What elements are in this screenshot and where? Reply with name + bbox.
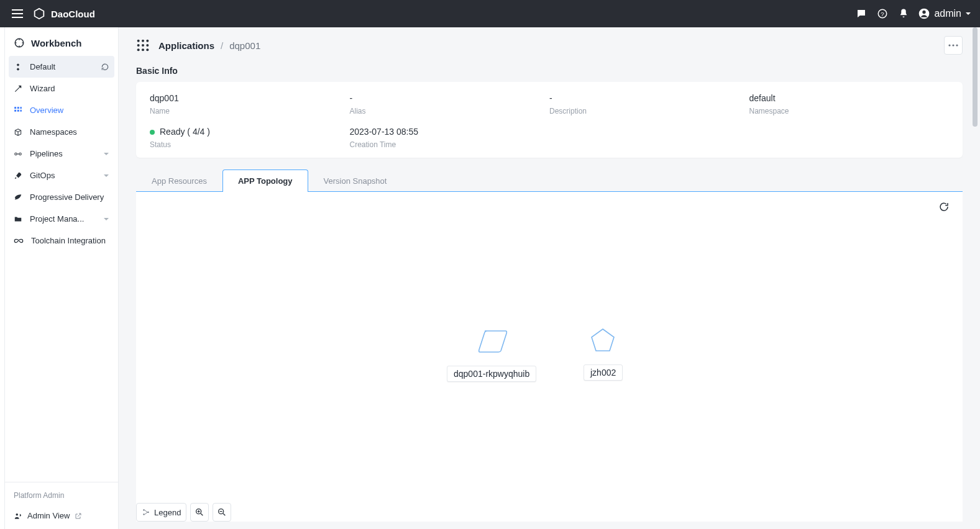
user-name: admin [934,8,961,19]
sidebar-context-label: Default [30,62,55,71]
sidebar-context-selector[interactable]: Default [9,56,114,78]
context-refresh-button[interactable] [101,63,109,71]
topology-refresh-button[interactable] [935,198,953,215]
svg-point-17 [137,44,140,47]
zoom-in-button[interactable] [190,503,209,522]
sidebar-item-label: Overview [30,106,63,115]
breadcrumb-current: dqp001 [229,40,260,51]
breadcrumb-root[interactable]: Applications [158,40,214,51]
chevron-down-icon [103,216,109,222]
bell-icon [898,8,909,19]
topology-canvas[interactable]: dqp001-rkpwyqhuib jzh002 [136,223,963,514]
zoom-out-button[interactable] [213,503,231,522]
sidebar-item-label: GitOps [30,171,55,180]
sidebar-footer-section: Platform Admin [14,491,109,500]
svg-point-23 [948,44,950,46]
tabs: App Resources APP Topology Version Snaps… [136,169,963,192]
topology-node[interactable]: dqp001-rkpwyqhuib [447,328,536,382]
tab-app-topology[interactable]: APP Topology [222,170,308,192]
legend-button[interactable]: Legend [136,503,186,522]
svg-rect-10 [21,109,22,111]
tab-app-resources[interactable]: App Resources [136,170,222,192]
info-status: Ready ( 4/4 ) Status [150,127,350,149]
section-title: Basic Info [119,61,980,82]
scrollbar-thumb[interactable] [973,27,978,127]
svg-point-16 [146,40,149,42]
svg-rect-8 [14,109,16,111]
sidebar-title: Workbench [5,27,118,56]
sidebar-item-pipelines[interactable]: Pipelines [5,143,118,165]
node-label: jzh002 [584,364,623,381]
topology-controls: Legend [136,503,231,522]
svg-point-24 [952,44,954,46]
brand-logo[interactable]: DaoCloud [32,7,95,20]
sidebar-item-namespaces[interactable]: Namespaces [5,121,118,143]
breadcrumb: Applications / dqp001 [158,40,260,51]
tab-version-snapshot[interactable]: Version Snapshot [308,170,403,192]
svg-rect-6 [17,107,19,109]
page-header: Applications / dqp001 [119,27,980,61]
svg-point-19 [146,44,149,47]
refresh-icon [101,63,109,71]
admin-icon [14,512,22,520]
sidebar-item-toolchain-integration[interactable]: Toolchain Integration [5,230,118,251]
basic-info-card: dqp001 Name - Alias - Description defaul… [136,82,963,158]
sidebar-item-gitops[interactable]: GitOps [5,165,118,186]
topology-panel: dqp001-rkpwyqhuib jzh002 [136,192,963,522]
sidebar-item-label: Project Mana... [30,214,84,224]
notifications-button[interactable] [893,3,914,24]
sidebar: Workbench Default Wizard Overview Namesp… [5,27,119,529]
folder-icon [14,215,22,224]
sidebar-item-wizard[interactable]: Wizard [5,78,118,99]
info-namespace: default Namespace [749,93,950,115]
refresh-icon [938,201,950,212]
sidebar-item-label: Wizard [30,84,55,93]
brand-icon [32,7,46,20]
chevron-down-icon [965,11,971,17]
cube-icon [14,128,22,137]
context-icon [14,63,22,71]
sidebar-item-label: Progressive Delivery [30,192,104,202]
pipeline-icon [14,150,22,158]
messages-button[interactable] [851,3,872,24]
infinity-icon [14,237,24,245]
admin-view-link[interactable]: Admin View [14,511,109,520]
node-label: dqp001-rkpwyqhuib [447,366,536,382]
info-creation-time: 2023-07-13 08:55 Creation Time [350,127,550,149]
more-actions-button[interactable] [944,36,963,55]
hamburger-menu-button[interactable] [9,5,26,22]
svg-point-25 [956,44,958,46]
user-avatar-icon [918,7,930,20]
wizard-icon [14,84,22,93]
breadcrumb-separator: / [221,40,223,51]
sidebar-item-project-management[interactable]: Project Mana... [5,208,118,230]
svg-point-22 [146,48,149,51]
bird-icon [14,193,22,202]
user-menu[interactable]: admin [918,7,971,20]
apps-icon [136,38,150,52]
overview-icon [14,106,22,115]
topology-node[interactable]: jzh002 [584,327,623,381]
vertical-scrollbar[interactable] [973,27,979,529]
sidebar-item-label: Pipelines [30,149,63,158]
svg-point-11 [15,153,17,155]
rocket-icon [14,171,22,180]
menu-icon [12,9,23,18]
parallelogram-icon [477,328,508,353]
svg-point-20 [137,48,140,51]
info-alias: - Alias [350,93,550,115]
svg-point-26 [143,509,144,510]
message-icon [856,8,867,19]
sidebar-item-overview[interactable]: Overview [5,99,118,121]
info-description: - Description [549,93,749,115]
zoom-in-icon [195,507,204,517]
help-icon: ? [877,8,888,19]
svg-point-13 [16,513,19,515]
external-link-icon [75,512,82,520]
pentagon-icon [589,327,616,353]
help-button[interactable]: ? [872,3,893,24]
sidebar-item-label: Namespaces [30,127,77,137]
top-bar: DaoCloud ? admin [0,0,980,27]
sidebar-item-progressive-delivery[interactable]: Progressive Delivery [5,186,118,208]
svg-point-12 [19,153,22,155]
